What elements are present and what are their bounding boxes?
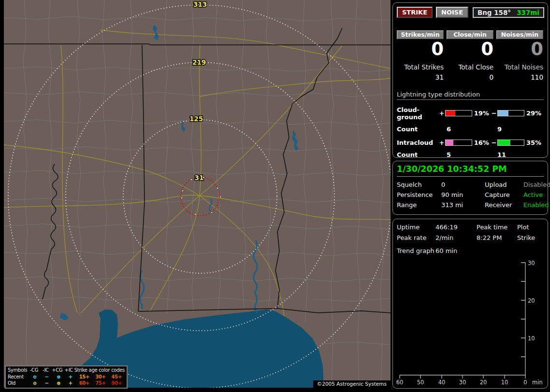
uptime-stats: Uptime 466:19 Peak time Plot Peak rate 2…: [397, 224, 544, 241]
squelch-value: 0: [441, 181, 485, 188]
pos-ic-recent-icon: +: [65, 374, 76, 380]
neg-cg-recent-icon: ⊖: [29, 374, 41, 380]
total-strikes-label: Total Strikes: [397, 63, 444, 71]
ring-label-313: 313: [193, 0, 207, 8]
plot-label: Plot: [517, 224, 544, 231]
neg-cg-old-icon: ⊖: [29, 380, 41, 387]
legend-age-header: Strike age color codes: [74, 367, 125, 374]
x-tick-60: 60: [396, 379, 404, 386]
copyright-notice: ©2005 Astrogenic Systems: [313, 380, 391, 388]
receiver-label: Receiver: [485, 201, 523, 209]
pos-cg-recent-icon: ⊕: [52, 374, 65, 380]
y-tick-30: 30: [528, 260, 535, 266]
y-tick-10: 10: [528, 335, 535, 342]
legend-symbols-header: Symbols: [8, 367, 28, 374]
total-close-label: Total Close: [447, 63, 493, 71]
plus-sign: +: [439, 139, 446, 146]
strikes-per-min-label: Strikes/min: [397, 30, 444, 39]
ic-minus-count: 11: [497, 151, 506, 158]
close-per-min-value: 0: [447, 40, 493, 59]
legend-col-neg-cg: -CG: [28, 367, 40, 374]
cg-plus-bar: [445, 110, 472, 116]
ring-label-31: 31: [195, 174, 204, 182]
strike-toggle-button[interactable]: STRIKE: [397, 7, 433, 18]
cg-minus-count: 9: [497, 126, 502, 133]
intracloud-row: Intracloud + 16% − 35%: [397, 139, 544, 146]
trend-graph-chart: 30 20 10 60 50 40 30 20 10 0 min: [394, 259, 547, 387]
x-tick-30: 30: [459, 379, 466, 386]
age-code-75: 75+: [92, 380, 108, 387]
ic-plus-count: 5: [447, 151, 497, 158]
ic-count-label: Count: [397, 151, 447, 158]
status-panel: 1/30/2026 10:34:52 PM Squelch 0 Upload D…: [392, 161, 548, 215]
strikes-per-min-value: 0: [397, 40, 444, 59]
plus-sign: +: [439, 110, 446, 117]
trend-graph-row: Trend graph 60 min: [397, 247, 544, 254]
cg-plus-percent: 19%: [474, 110, 492, 117]
noises-per-min-label: Noises/min: [496, 30, 543, 39]
x-tick-0: 0: [523, 379, 527, 386]
persistence-value: 90 min: [441, 191, 485, 198]
strikes-per-min-counter: Strikes/min 0 Total Strikes 31: [397, 30, 444, 81]
lightning-map[interactable]: 313 219 125 31 Symbols -CG -IC +CG +IC S…: [4, 0, 391, 388]
ring-label-219: 219: [192, 58, 206, 66]
cloud-ground-count-row: Count 6 9: [397, 126, 544, 133]
strike-counters-panel: STRIKE NOISE Bng 158° 337mi Strikes/min …: [392, 2, 548, 158]
peak-rate-label: Peak rate: [397, 234, 435, 241]
range-value: 313 mi: [441, 201, 485, 209]
cloud-ground-row: Cloud-ground + 19% − 29%: [397, 106, 544, 121]
receiver-settings: Squelch 0 Upload Disabled Persistence 90…: [397, 181, 544, 209]
pos-ic-old-icon: +: [65, 380, 76, 387]
bearing-label: Bng 158°: [478, 9, 511, 16]
total-noises-value: 110: [496, 73, 543, 81]
ring-label-125: 125: [189, 115, 203, 123]
close-per-min-counter: Close/min 0 Total Close 0: [447, 30, 493, 81]
range-label: Range: [397, 201, 441, 209]
ic-plus-percent: 16%: [474, 139, 492, 146]
trend-panel: Uptime 466:19 Peak time Plot Peak rate 2…: [392, 219, 548, 389]
cloud-ground-label: Cloud-ground: [397, 106, 439, 121]
map-legend: Symbols -CG -IC +CG +IC Strike age color…: [5, 365, 128, 389]
cg-minus-bar: [497, 110, 524, 116]
x-tick-20: 20: [480, 379, 487, 386]
cg-minus-percent: 29%: [526, 110, 544, 117]
neg-ic-old-icon: −: [41, 380, 53, 387]
uptime-label: Uptime: [397, 224, 435, 231]
legend-header-row: Symbols -CG -IC +CG +IC Strike age color…: [8, 367, 125, 374]
map-canvas: 313 219 125 31: [4, 0, 391, 388]
persistence-label: Persistence: [397, 191, 441, 198]
capture-status: Active: [523, 191, 550, 198]
plot-mode-value: Strike: [517, 234, 544, 241]
noise-toggle-button[interactable]: NOISE: [436, 7, 468, 18]
age-code-90: 90+: [109, 380, 125, 387]
cg-count-label: Count: [397, 126, 447, 133]
legend-recent-row: Recent ⊖ − ⊕ + 15+ 30+ 45+: [8, 374, 125, 380]
uptime-value: 466:19: [435, 224, 477, 231]
bearing-readout: Bng 158° 337mi: [473, 7, 544, 18]
close-per-min-label: Close/min: [447, 30, 493, 39]
legend-old-row: Old ⊖ − ⊕ + 60+ 75+ 90+: [8, 380, 125, 387]
receiver-status: Enabled: [523, 201, 550, 209]
trend-graph-window: 60 min: [435, 247, 544, 254]
peak-time-value: 8:22 PM: [477, 234, 517, 241]
intracloud-label: Intracloud: [397, 139, 439, 146]
minus-sign: −: [492, 110, 498, 117]
bearing-distance: 337mi: [517, 9, 539, 16]
ic-minus-bar: [497, 140, 524, 146]
peak-rate-value: 2/min: [435, 234, 477, 241]
lightning-type-distribution: Lightning type distribution Cloud-ground…: [397, 91, 544, 158]
x-tick-10: 10: [501, 379, 508, 386]
noises-per-min-value: 0: [496, 40, 543, 59]
intracloud-count-row: Count 5 11: [397, 151, 544, 158]
legend-col-pos-cg: +CG: [51, 367, 63, 374]
ic-plus-bar: [445, 140, 472, 146]
legend-old-label: Old: [8, 380, 29, 387]
cg-plus-count: 6: [447, 126, 497, 133]
x-tick-40: 40: [438, 379, 446, 386]
legend-recent-label: Recent: [8, 374, 29, 380]
pos-cg-old-icon: ⊕: [52, 380, 65, 387]
total-noises-label: Total Noises: [496, 63, 543, 71]
ic-minus-percent: 35%: [526, 139, 544, 146]
current-datetime: 1/30/2026 10:34:52 PM: [397, 164, 544, 177]
age-code-45: 45+: [109, 374, 125, 380]
